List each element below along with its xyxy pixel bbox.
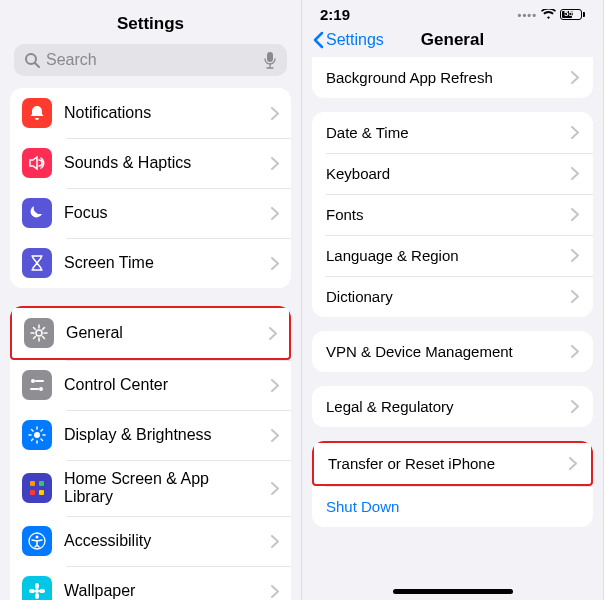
row-shut-down[interactable]: Shut Down xyxy=(312,486,593,527)
row-keyboard[interactable]: Keyboard xyxy=(312,153,593,194)
settings-group-2: GeneralControl CenterDisplay & Brightnes… xyxy=(10,306,291,600)
row-label: Focus xyxy=(64,204,259,222)
row-label: Dictionary xyxy=(326,288,571,305)
cell-dots-icon: •••• xyxy=(518,9,537,21)
row-label: VPN & Device Management xyxy=(326,343,571,360)
settings-row-focus[interactable]: Focus xyxy=(10,188,291,238)
switches-icon xyxy=(22,370,52,400)
row-background-app-refresh[interactable]: Background App Refresh xyxy=(312,57,593,98)
row-language-region[interactable]: Language & Region xyxy=(312,235,593,276)
page-title: Settings xyxy=(0,0,301,44)
chevron-right-icon xyxy=(571,208,579,221)
svg-line-14 xyxy=(41,439,43,441)
status-indicators: •••• 55 xyxy=(518,9,585,21)
chevron-right-icon xyxy=(271,482,279,495)
settings-row-home-screen-app-library[interactable]: Home Screen & App Library xyxy=(10,460,291,516)
svg-point-25 xyxy=(35,593,39,599)
status-time: 2:19 xyxy=(320,6,350,23)
row-date-time[interactable]: Date & Time xyxy=(312,112,593,153)
svg-line-1 xyxy=(35,63,39,67)
svg-point-27 xyxy=(39,589,45,593)
chevron-right-icon xyxy=(271,107,279,120)
accessibility-icon xyxy=(22,526,52,556)
chevron-right-icon xyxy=(271,429,279,442)
chevron-right-icon xyxy=(571,400,579,413)
row-fonts[interactable]: Fonts xyxy=(312,194,593,235)
row-label: Sounds & Haptics xyxy=(64,154,259,172)
flower-icon xyxy=(22,576,52,600)
svg-line-13 xyxy=(32,430,34,432)
chevron-right-icon xyxy=(271,379,279,392)
svg-point-24 xyxy=(35,583,39,589)
grid-icon xyxy=(22,473,52,503)
svg-point-6 xyxy=(39,387,43,391)
status-bar: 2:19 •••• 55 xyxy=(302,0,603,25)
settings-row-screen-time[interactable]: Screen Time xyxy=(10,238,291,288)
moon-icon xyxy=(22,198,52,228)
search-icon xyxy=(24,52,40,68)
row-label: Wallpaper xyxy=(64,582,259,600)
row-label: Accessibility xyxy=(64,532,259,550)
settings-row-control-center[interactable]: Control Center xyxy=(10,360,291,410)
chevron-right-icon xyxy=(571,126,579,139)
hourglass-icon xyxy=(22,248,52,278)
row-label: Home Screen & App Library xyxy=(64,470,259,506)
row-label: Screen Time xyxy=(64,254,259,272)
svg-rect-19 xyxy=(30,490,35,495)
settings-row-wallpaper[interactable]: Wallpaper xyxy=(10,566,291,600)
svg-rect-20 xyxy=(39,490,44,495)
row-transfer-or-reset-iphone[interactable]: Transfer or Reset iPhone xyxy=(312,441,593,486)
back-label: Settings xyxy=(326,31,384,49)
row-dictionary[interactable]: Dictionary xyxy=(312,276,593,317)
row-label: Notifications xyxy=(64,104,259,122)
svg-point-8 xyxy=(34,432,40,438)
settings-row-sounds-haptics[interactable]: Sounds & Haptics xyxy=(10,138,291,188)
row-label: Fonts xyxy=(326,206,571,223)
row-label: Transfer or Reset iPhone xyxy=(328,455,569,472)
row-label: Control Center xyxy=(64,376,259,394)
row-label: Background App Refresh xyxy=(326,69,571,86)
row-label: Legal & Regulatory xyxy=(326,398,571,415)
svg-point-26 xyxy=(29,589,35,593)
svg-rect-2 xyxy=(267,52,273,62)
row-legal-regulatory[interactable]: Legal & Regulatory xyxy=(312,386,593,427)
chevron-right-icon xyxy=(271,257,279,270)
general-group-3: Legal & Regulatory xyxy=(312,386,593,427)
search-input[interactable] xyxy=(46,51,257,69)
row-label: Display & Brightness xyxy=(64,426,259,444)
svg-point-4 xyxy=(31,379,35,383)
search-field[interactable] xyxy=(14,44,287,76)
chevron-right-icon xyxy=(271,207,279,220)
general-group-top: Background App Refresh xyxy=(312,57,593,98)
settings-group-1: NotificationsSounds & HapticsFocusScreen… xyxy=(10,88,291,288)
chevron-right-icon xyxy=(571,290,579,303)
chevron-right-icon xyxy=(571,249,579,262)
row-label: Date & Time xyxy=(326,124,571,141)
svg-line-16 xyxy=(32,439,34,441)
nav-bar: Settings General xyxy=(302,25,603,57)
chevron-right-icon xyxy=(571,345,579,358)
settings-row-display-brightness[interactable]: Display & Brightness xyxy=(10,410,291,460)
svg-point-3 xyxy=(36,330,42,336)
svg-point-23 xyxy=(35,589,39,593)
general-group-4: Transfer or Reset iPhoneShut Down xyxy=(312,441,593,527)
chevron-right-icon xyxy=(569,457,577,470)
general-group-1: Date & TimeKeyboardFontsLanguage & Regio… xyxy=(312,112,593,317)
chevron-right-icon xyxy=(571,167,579,180)
row-label: Shut Down xyxy=(326,498,579,515)
chevron-right-icon xyxy=(271,535,279,548)
mic-icon[interactable] xyxy=(263,51,277,69)
general-right-pane: 2:19 •••• 55 Settings General Background… xyxy=(302,0,604,600)
svg-rect-18 xyxy=(39,481,44,486)
chevron-right-icon xyxy=(271,585,279,598)
row-label: General xyxy=(66,324,257,342)
battery-icon: 55 xyxy=(560,9,585,20)
settings-row-notifications[interactable]: Notifications xyxy=(10,88,291,138)
settings-row-accessibility[interactable]: Accessibility xyxy=(10,516,291,566)
back-button[interactable]: Settings xyxy=(312,31,384,49)
settings-row-general[interactable]: General xyxy=(10,306,291,360)
svg-point-22 xyxy=(36,536,39,539)
row-vpn-device-management[interactable]: VPN & Device Management xyxy=(312,331,593,372)
home-indicator[interactable] xyxy=(393,589,513,594)
svg-line-15 xyxy=(41,430,43,432)
